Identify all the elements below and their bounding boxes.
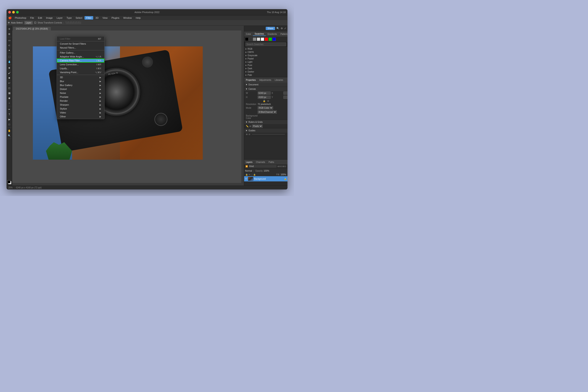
layer-eye-icon[interactable]: 👁 bbox=[245, 178, 247, 180]
menu-neural-filters[interactable]: Neural Filters... bbox=[57, 46, 104, 50]
heal-tool[interactable]: ✚ bbox=[7, 66, 12, 70]
tab-color[interactable]: Color bbox=[244, 32, 253, 36]
expand-icon[interactable]: ⤢ bbox=[284, 27, 286, 30]
menu-file[interactable]: File bbox=[28, 16, 36, 20]
menu-3d[interactable]: 3D bbox=[94, 16, 100, 20]
swatch-group-grayscale[interactable]: ▶ Grayscale bbox=[244, 54, 288, 57]
menu-other[interactable]: Other ▶ bbox=[57, 114, 104, 118]
menu-select[interactable]: Select bbox=[74, 16, 84, 20]
menu-lens-correction[interactable]: Lens Correction... ⇧⌘R bbox=[57, 62, 104, 66]
apple-logo[interactable]: 🍎 bbox=[8, 16, 12, 20]
menu-type[interactable]: Type bbox=[65, 16, 74, 20]
blur-tool[interactable]: ◉ bbox=[7, 96, 12, 100]
swatch-group-rgb[interactable]: ▶ RGB bbox=[244, 47, 288, 50]
swatch-search-input[interactable] bbox=[246, 42, 286, 46]
eraser-tool[interactable]: ◻ bbox=[7, 86, 12, 90]
swatch-red[interactable] bbox=[264, 38, 268, 41]
canvas-y-input[interactable] bbox=[283, 96, 288, 99]
share-button[interactable]: Share bbox=[266, 27, 275, 30]
canvas-section-header[interactable]: ▼ Canvas bbox=[244, 87, 288, 91]
menu-blur-gallery[interactable]: Blur Gallery ▶ bbox=[57, 83, 104, 87]
magic-wand-tool[interactable]: ✦ bbox=[7, 48, 12, 53]
search-icon[interactable]: 🔍 bbox=[276, 27, 280, 30]
menu-video[interactable]: Video ▶ bbox=[57, 111, 104, 114]
tab-gradients[interactable]: Gradients bbox=[266, 32, 278, 36]
menu-last-filter[interactable]: Last Filter ⌘F bbox=[57, 37, 104, 41]
menu-photoshop[interactable]: Photoshop bbox=[13, 16, 28, 20]
pen-tool[interactable]: ✒ bbox=[7, 107, 12, 112]
layers-filter-input[interactable] bbox=[249, 165, 276, 168]
canvas-w-input[interactable] bbox=[258, 92, 271, 95]
menu-window[interactable]: Window bbox=[122, 16, 134, 20]
menu-vanishing-point[interactable]: Vanishing Point... ⌥⌘V bbox=[57, 70, 104, 74]
tab-patterns[interactable]: Patterns bbox=[279, 32, 288, 36]
lasso-tool[interactable]: ⊂ bbox=[7, 43, 12, 48]
menu-distort[interactable]: Distort ▶ bbox=[57, 87, 104, 91]
dodge-tool[interactable]: ○ bbox=[7, 100, 12, 106]
menu-convert-smart[interactable]: Convert for Smart Filters bbox=[57, 42, 104, 46]
menu-render[interactable]: Render ▶ bbox=[57, 99, 104, 103]
horizontal-scrollbar[interactable] bbox=[12, 183, 244, 186]
brush-tool[interactable]: 🖌 bbox=[7, 70, 12, 75]
menu-liquify[interactable]: Liquify... ⇧⌘X bbox=[57, 66, 104, 70]
fill-value[interactable]: 100% bbox=[280, 173, 286, 176]
tab-swatches[interactable]: Swatches bbox=[253, 32, 266, 36]
hand-tool[interactable]: ✋ bbox=[7, 128, 12, 133]
menu-filter-gallery[interactable]: Filter Gallery... bbox=[57, 51, 104, 55]
menu-blur[interactable]: Blur ▶ bbox=[57, 79, 104, 83]
transform-checkbox[interactable]: ☐ bbox=[34, 21, 36, 24]
document-section-header[interactable]: ▼ Document bbox=[244, 82, 288, 87]
swatch-gray[interactable] bbox=[253, 38, 256, 41]
menu-sharpen[interactable]: Sharpen ▶ bbox=[57, 103, 104, 107]
minimize-button[interactable] bbox=[12, 11, 15, 14]
menu-image[interactable]: Image bbox=[44, 16, 54, 20]
bit-depth-dropdown[interactable]: 8 Bits/Channel bbox=[258, 110, 277, 114]
menu-adaptive-wide-angle[interactable]: Adaptive Wide Angle... ⌥⇧A bbox=[57, 55, 104, 58]
zoom-tool[interactable]: 🔍 bbox=[7, 133, 12, 138]
history-brush-tool[interactable]: ↩ bbox=[7, 80, 12, 85]
gradient-tool[interactable]: ▦ bbox=[7, 90, 12, 96]
canvas-h-input[interactable] bbox=[258, 96, 271, 99]
foreground-color[interactable] bbox=[7, 180, 12, 185]
swatch-group-cmyk[interactable]: ▶ CMYK bbox=[244, 50, 288, 54]
tab-properties[interactable]: Properties bbox=[244, 78, 258, 82]
move-tool[interactable]: ✛ bbox=[7, 26, 12, 31]
shape-tool[interactable]: □ bbox=[7, 122, 12, 127]
rulers-unit-dropdown[interactable]: Pixels bbox=[252, 124, 263, 128]
swatch-blue[interactable] bbox=[272, 38, 276, 41]
swatch-group-light[interactable]: ▶ Light bbox=[244, 60, 288, 64]
tab-channels[interactable]: Channels bbox=[254, 160, 267, 164]
menu-3d-sub[interactable]: 3D ▶ bbox=[57, 75, 104, 79]
artboard-tool[interactable]: ⊞ bbox=[7, 32, 12, 36]
swatch-white[interactable] bbox=[261, 38, 264, 41]
swatch-black[interactable] bbox=[245, 38, 248, 41]
tab-paths[interactable]: Paths bbox=[267, 160, 276, 164]
swatch-group-dark[interactable]: ▶ Dark bbox=[244, 67, 288, 70]
marquee-tool[interactable]: ▭ bbox=[7, 38, 12, 43]
vertical-scrollbar[interactable] bbox=[241, 26, 244, 183]
swatch-group-pastel[interactable]: ▶ Pastel bbox=[244, 57, 288, 60]
menu-view[interactable]: View bbox=[100, 16, 109, 20]
crop-tool[interactable]: ⬚ bbox=[7, 54, 12, 59]
menu-filter[interactable]: Filter bbox=[84, 16, 93, 20]
menu-plugins[interactable]: Plugins bbox=[110, 16, 121, 20]
swatch-group-pure[interactable]: ▶ Pure bbox=[244, 64, 288, 67]
type-tool[interactable]: T bbox=[7, 112, 12, 117]
menu-help[interactable]: Help bbox=[134, 16, 142, 20]
menu-layer[interactable]: Layer bbox=[55, 16, 64, 20]
layer-background[interactable]: 👁 Background 🔒 bbox=[244, 176, 288, 182]
guides-del-icon[interactable]: ⊖ bbox=[248, 133, 250, 136]
path-selection-tool[interactable]: ▶ bbox=[7, 117, 12, 122]
tab-adjustments[interactable]: Adjustments bbox=[258, 78, 273, 82]
eyedropper-tool[interactable]: 💧 bbox=[7, 59, 12, 64]
tab-libraries[interactable]: Libraries bbox=[273, 78, 285, 82]
tab-layers[interactable]: Layers bbox=[244, 160, 254, 164]
close-button[interactable] bbox=[8, 11, 11, 14]
swatch-dark-gray[interactable] bbox=[249, 38, 252, 41]
mode-dropdown[interactable]: RGB Color bbox=[258, 106, 273, 110]
menu-edit[interactable]: Edit bbox=[36, 16, 44, 20]
guides-section-header[interactable]: ▼ Guides bbox=[244, 128, 288, 133]
menu-camera-raw-filter[interactable]: Camera Raw Filter... ⇧⌘A bbox=[57, 58, 104, 62]
menu-stylize[interactable]: Stylize ▶ bbox=[57, 107, 104, 111]
auto-select-dropdown[interactable]: Layer bbox=[24, 21, 33, 24]
